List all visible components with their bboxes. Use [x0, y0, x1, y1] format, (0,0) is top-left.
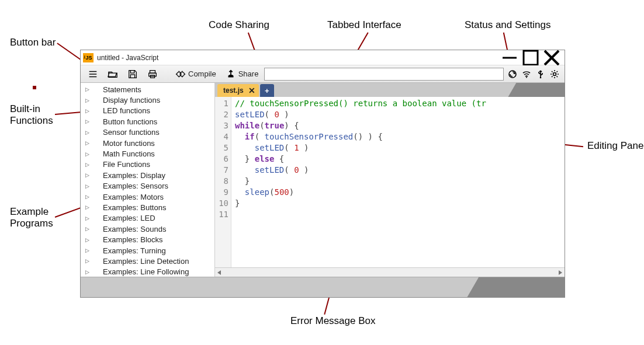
- annotation-code-sharing: Code Sharing: [209, 19, 269, 31]
- sidebar-item-label: Sensor functions: [103, 128, 160, 137]
- sidebar-item[interactable]: ▷Motor functions: [81, 138, 214, 148]
- expand-arrow-icon: ▷: [85, 183, 92, 189]
- annotation-example-l2: Programs: [10, 218, 53, 229]
- sidebar-item-label: Examples: Motors: [103, 193, 164, 201]
- sidebar-item-label: Examples: LED: [103, 214, 155, 222]
- sidebar-item[interactable]: ▷LED functions: [81, 106, 214, 116]
- tab-add-button[interactable]: +: [260, 84, 274, 97]
- main-area: ▷Statements▷Display functions▷LED functi…: [81, 83, 565, 277]
- expand-arrow-icon: ▷: [85, 258, 92, 264]
- sidebar-item-label: Statements: [103, 85, 141, 94]
- code-editor[interactable]: 1234567891011 // touchSensorPressed() re…: [215, 97, 565, 267]
- sidebar-item-label: Display functions: [103, 96, 160, 104]
- tab-active[interactable]: test.js ✕: [217, 84, 259, 97]
- settings-icon[interactable]: [548, 67, 561, 82]
- sidebar-item[interactable]: ▷Examples: Sensors: [81, 181, 214, 191]
- expand-arrow-icon: ▷: [85, 226, 92, 232]
- expand-arrow-icon: ▷: [85, 119, 92, 124]
- sidebar-item-label: Motor functions: [103, 139, 155, 148]
- horizontal-scrollbar[interactable]: [215, 267, 565, 277]
- expand-arrow-icon: ▷: [85, 215, 92, 221]
- app-icon: ᴶJS: [83, 53, 94, 62]
- tab-label: test.js: [223, 86, 244, 95]
- sidebar[interactable]: ▷Statements▷Display functions▷LED functi…: [81, 83, 215, 277]
- sidebar-item-label: Examples: Turning: [103, 246, 166, 255]
- expand-arrow-icon: ▷: [85, 194, 92, 200]
- annotation-builtin-l2: Functions: [10, 115, 53, 127]
- sidebar-item[interactable]: ▷Math Functions: [81, 148, 214, 159]
- print-button[interactable]: [144, 67, 161, 82]
- sidebar-item-label: Examples: Line Following: [103, 267, 189, 276]
- svg-rect-1: [524, 51, 538, 65]
- code-content[interactable]: // touchSensorPressed() returns a boolea…: [231, 97, 565, 267]
- expand-arrow-icon: ▷: [85, 269, 92, 275]
- expand-arrow-icon: ▷: [85, 86, 92, 92]
- sidebar-item[interactable]: ▷Examples: Buttons: [81, 202, 214, 212]
- sidebar-item-label: Examples: Buttons: [103, 203, 166, 212]
- sidebar-item[interactable]: ▷Display functions: [81, 95, 214, 105]
- maximize-button[interactable]: [520, 51, 541, 65]
- expand-arrow-icon: ▷: [85, 204, 92, 210]
- close-button[interactable]: [541, 51, 562, 65]
- sidebar-item-label: Examples: Line Detection: [103, 257, 189, 266]
- usb-icon[interactable]: [534, 67, 547, 82]
- toolbar: Compile Share: [81, 65, 565, 83]
- share-button[interactable]: Share: [222, 67, 262, 82]
- sidebar-item-label: Examples: Sounds: [103, 225, 166, 234]
- sidebar-item[interactable]: ▷Examples: Line Following: [81, 267, 214, 277]
- toolbar-input[interactable]: [264, 68, 504, 81]
- minimize-button[interactable]: [499, 51, 520, 65]
- sidebar-item[interactable]: ▷Examples: Sounds: [81, 224, 214, 234]
- expand-arrow-icon: ▷: [85, 172, 92, 178]
- sidebar-item[interactable]: ▷Statements: [81, 84, 214, 95]
- tabbar: test.js ✕ +: [215, 83, 565, 97]
- svg-point-13: [526, 76, 527, 78]
- share-label: Share: [238, 69, 259, 78]
- tab-close-icon[interactable]: ✕: [248, 86, 255, 95]
- expand-arrow-icon: ▷: [85, 108, 92, 114]
- annotation-error-box: Error Message Box: [290, 315, 376, 327]
- compile-label: Compile: [188, 69, 216, 78]
- line-gutter: 1234567891011: [215, 97, 231, 267]
- wifi-icon[interactable]: [520, 67, 533, 82]
- sidebar-item-label: Examples: Display: [103, 171, 165, 180]
- sidebar-item[interactable]: ▷Examples: Blocks: [81, 234, 214, 245]
- sidebar-item-label: Examples: Blocks: [103, 235, 163, 244]
- expand-arrow-icon: ▷: [85, 140, 92, 146]
- sidebar-item-label: Examples: Sensors: [103, 182, 168, 190]
- sidebar-item-label: Math Functions: [103, 149, 155, 158]
- expand-arrow-icon: ▷: [85, 97, 92, 103]
- annotation-status-settings: Status and Settings: [465, 19, 550, 31]
- annotation-editing-panel: Editing Panel: [587, 140, 644, 152]
- sidebar-item[interactable]: ▷Examples: Turning: [81, 245, 214, 256]
- annotation-example-l1: Example: [10, 206, 49, 218]
- sidebar-item[interactable]: ▷Examples: Display: [81, 170, 214, 180]
- svg-point-11: [180, 72, 184, 76]
- sidebar-item[interactable]: ▷File Functions: [81, 159, 214, 170]
- compile-button[interactable]: Compile: [172, 67, 220, 82]
- expand-arrow-icon: ▷: [85, 151, 92, 157]
- open-button[interactable]: [104, 67, 122, 82]
- menu-button[interactable]: [84, 67, 102, 82]
- svg-point-15: [553, 72, 556, 75]
- sidebar-item[interactable]: ▷Sensor functions: [81, 127, 214, 138]
- sidebar-item[interactable]: ▷Examples: LED: [81, 213, 214, 224]
- editor-area: test.js ✕ + 1234567891011 // touchSensor…: [215, 83, 565, 277]
- sidebar-item[interactable]: ▷Examples: Line Detection: [81, 256, 214, 266]
- svg-point-14: [540, 76, 542, 78]
- sidebar-item-label: Button functions: [103, 117, 157, 126]
- error-message-box: [81, 277, 565, 297]
- annotation-button-bar: Button bar: [10, 37, 56, 48]
- annotation-tabbed-interface: Tabbed Interface: [327, 19, 401, 31]
- expand-arrow-icon: ▷: [85, 130, 92, 135]
- sidebar-item[interactable]: ▷Button functions: [81, 116, 214, 127]
- sidebar-item-label: LED functions: [103, 106, 150, 115]
- sync-icon[interactable]: [506, 67, 519, 82]
- expand-arrow-icon: ▷: [85, 162, 92, 168]
- sidebar-item-label: File Functions: [103, 160, 150, 169]
- window-title: untitled - JavaScript: [97, 54, 158, 62]
- expand-arrow-icon: ▷: [85, 237, 92, 243]
- sidebar-item[interactable]: ▷Examples: Motors: [81, 191, 214, 202]
- save-button[interactable]: [124, 67, 141, 82]
- svg-rect-7: [150, 70, 155, 73]
